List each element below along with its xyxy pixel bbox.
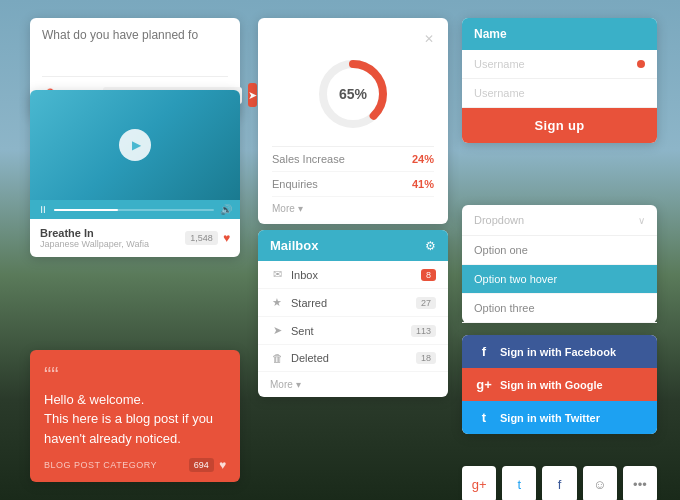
signup-button[interactable]: Sign up <box>462 108 657 143</box>
stats-val-sales: 24% <box>412 153 434 165</box>
signup-required-dot-1 <box>637 60 645 68</box>
post-textarea[interactable] <box>42 28 228 66</box>
stats-val-enquiries: 41% <box>412 178 434 190</box>
mini-gplus-button[interactable]: g+ <box>462 466 496 500</box>
play-button[interactable] <box>119 129 151 161</box>
mini-profile-button[interactable]: ☺ <box>583 466 617 500</box>
signup-name-bar: Name <box>462 18 657 50</box>
donut-label: 65% <box>339 86 368 102</box>
signup-username-field-2: Username <box>462 79 657 108</box>
post-divider <box>42 76 228 77</box>
stats-header: ✕ <box>272 32 434 46</box>
star-icon: ★ <box>270 296 284 309</box>
quote-card: ““ Hello & welcome.This here is a blog p… <box>30 350 240 483</box>
video-card: ⏸ 🔊 Breathe In Japanese Wallpaper, Wafia… <box>30 90 240 257</box>
signup-card: Name Username Username Sign up <box>462 18 657 143</box>
mailbox-more-label: More ▾ <box>270 379 301 390</box>
mailbox-title: Mailbox <box>270 238 318 253</box>
signup-username-placeholder-2: Username <box>474 87 645 99</box>
donut-chart: 65% <box>313 54 393 134</box>
send-button[interactable]: ➤ <box>248 83 257 107</box>
dropdown-option-1[interactable]: Option one <box>462 236 657 265</box>
facebook-signin-button[interactable]: f Sign in with Facebook <box>462 335 657 368</box>
dropdown-option-3[interactable]: Option three <box>462 294 657 323</box>
stats-label-sales: Sales Increase <box>272 153 345 165</box>
sent-badge: 113 <box>411 325 436 337</box>
mailbox-item-deleted[interactable]: 🗑 Deleted 18 <box>258 345 448 372</box>
trash-icon: 🗑 <box>270 352 284 364</box>
starred-label: Starred <box>291 297 327 309</box>
mailbox-card: Mailbox ⚙ ✉ Inbox 8 ★ Starred 27 ➤ <box>258 230 448 397</box>
stats-more-link[interactable]: More ▾ <box>272 197 434 214</box>
progress-fill <box>54 209 118 211</box>
heart-icon[interactable]: ♥ <box>223 231 230 245</box>
quote-heart-icon[interactable]: ♥ <box>219 458 226 472</box>
mailbox-item-sent[interactable]: ➤ Sent 113 <box>258 317 448 345</box>
video-thumbnail <box>30 90 240 200</box>
stats-more-label: More ▾ <box>272 203 303 214</box>
quote-text: Hello & welcome.This here is a blog post… <box>44 390 226 449</box>
mini-twitter-button[interactable]: t <box>502 466 536 500</box>
google-icon: g+ <box>476 377 492 392</box>
stats-rows: Sales Increase 24% Enquiries 41% <box>272 146 434 197</box>
dropdown-options: Option one Option two hover Option three <box>462 236 657 323</box>
social-card: f Sign in with Facebook g+ Sign in with … <box>462 335 657 434</box>
twitter-icon: t <box>476 410 492 425</box>
video-subtitle: Japanese Wallpaper, Wafia <box>40 239 149 249</box>
inbox-badge: 8 <box>421 269 436 281</box>
mailbox-item-starred[interactable]: ★ Starred 27 <box>258 289 448 317</box>
facebook-signin-label: Sign in with Facebook <box>500 346 616 358</box>
mailbox-list: ✉ Inbox 8 ★ Starred 27 ➤ Sent 113 <box>258 261 448 372</box>
inbox-label: Inbox <box>291 269 318 281</box>
dropdown-header[interactable]: Dropdown ∨ <box>462 205 657 236</box>
twitter-signin-label: Sign in with Twitter <box>500 412 600 424</box>
facebook-icon: f <box>476 344 492 359</box>
signup-username-field-1: Username <box>462 50 657 79</box>
mailbox-gear-icon[interactable]: ⚙ <box>425 239 436 253</box>
donut-wrap: 65% <box>272 54 434 134</box>
signup-username-placeholder-1: Username <box>474 58 637 70</box>
mailbox-item-left: ✉ Inbox <box>270 268 318 281</box>
sent-label: Sent <box>291 325 314 337</box>
mini-social-icons: g+ t f ☺ ••• <box>462 462 657 500</box>
quote-meta: 694 ♥ <box>189 458 226 472</box>
mailbox-item-left: 🗑 Deleted <box>270 352 329 364</box>
quote-count: 694 <box>189 458 214 472</box>
quote-footer: Blog post category 694 ♥ <box>44 458 226 472</box>
deleted-badge: 18 <box>416 352 436 364</box>
video-controls: ⏸ 🔊 <box>30 200 240 219</box>
mailbox-header: Mailbox ⚙ <box>258 230 448 261</box>
video-info: Breathe In Japanese Wallpaper, Wafia 1,5… <box>30 219 240 257</box>
stats-row-sales: Sales Increase 24% <box>272 147 434 172</box>
quote-category: Blog post category <box>44 460 157 470</box>
inbox-icon: ✉ <box>270 268 284 281</box>
twitter-signin-button[interactable]: t Sign in with Twitter <box>462 401 657 434</box>
progress-bar[interactable] <box>54 209 214 211</box>
video-meta: 1,548 ♥ <box>185 231 230 245</box>
mini-facebook-button[interactable]: f <box>542 466 576 500</box>
dropdown-label: Dropdown <box>474 214 524 226</box>
dropdown-card: Dropdown ∨ Option one Option two hover O… <box>462 205 657 323</box>
video-text: Breathe In Japanese Wallpaper, Wafia <box>40 227 149 249</box>
volume-icon[interactable]: 🔊 <box>220 204 232 215</box>
stats-close-icon[interactable]: ✕ <box>424 32 434 46</box>
sent-icon: ➤ <box>270 324 284 337</box>
mailbox-item-left: ➤ Sent <box>270 324 314 337</box>
stats-label-enquiries: Enquiries <box>272 178 318 190</box>
google-signin-label: Sign in with Google <box>500 379 603 391</box>
chevron-down-icon: ∨ <box>638 215 645 226</box>
dropdown-option-2[interactable]: Option two hover <box>462 265 657 294</box>
starred-badge: 27 <box>416 297 436 309</box>
deleted-label: Deleted <box>291 352 329 364</box>
google-signin-button[interactable]: g+ Sign in with Google <box>462 368 657 401</box>
quote-mark: ““ <box>44 364 226 386</box>
mailbox-more-link[interactable]: More ▾ <box>258 372 448 397</box>
video-views: 1,548 <box>185 231 218 245</box>
mailbox-item-left: ★ Starred <box>270 296 327 309</box>
stats-card: ✕ 65% Sales Increase 24% Enquiries 41% M… <box>258 18 448 224</box>
stats-row-enquiries: Enquiries 41% <box>272 172 434 197</box>
mailbox-item-inbox[interactable]: ✉ Inbox 8 <box>258 261 448 289</box>
pause-icon[interactable]: ⏸ <box>38 204 48 215</box>
video-title: Breathe In <box>40 227 149 239</box>
mini-more-button[interactable]: ••• <box>623 466 657 500</box>
